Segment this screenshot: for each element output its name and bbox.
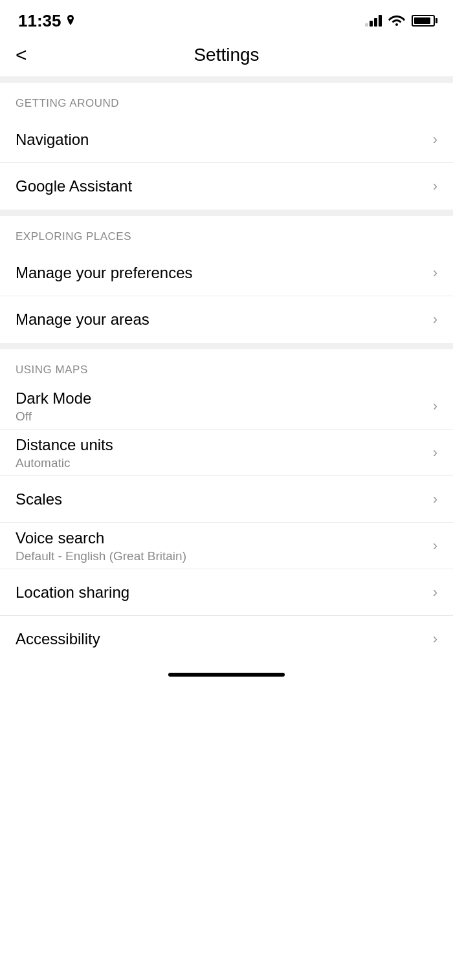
settings-item-subtitle-dark-mode: Off (16, 409, 91, 424)
header: < Settings (0, 39, 453, 76)
section-getting-around: GETTING AROUNDNavigation›Google Assistan… (0, 83, 453, 210)
settings-item-accessibility[interactable]: Accessibility› (0, 616, 453, 662)
settings-item-manage-preferences[interactable]: Manage your preferences› (0, 250, 453, 296)
settings-item-voice-search[interactable]: Voice searchDefault - English (Great Bri… (0, 523, 453, 569)
settings-item-title-manage-areas: Manage your areas (16, 309, 149, 329)
settings-item-navigation[interactable]: Navigation› (0, 116, 453, 163)
settings-item-content-scales: Scales (16, 489, 62, 509)
settings-item-google-assistant[interactable]: Google Assistant› (0, 163, 453, 210)
chevron-right-icon-manage-areas: › (433, 311, 437, 328)
settings-item-title-dark-mode: Dark Mode (16, 388, 91, 408)
page-title: Settings (193, 45, 259, 65)
section-exploring-places: EXPLORING PLACESManage your preferences›… (0, 216, 453, 343)
settings-item-title-accessibility: Accessibility (16, 629, 100, 649)
chevron-right-icon-scales: › (433, 491, 437, 508)
section-divider-using-maps (0, 343, 453, 349)
battery-icon (412, 15, 435, 27)
settings-item-location-sharing[interactable]: Location sharing› (0, 569, 453, 616)
settings-item-title-voice-search: Voice search (16, 528, 186, 548)
chevron-right-icon-voice-search: › (433, 538, 437, 554)
status-bar: 11:35 (0, 0, 453, 39)
settings-item-title-manage-preferences: Manage your preferences (16, 263, 193, 283)
chevron-right-icon-google-assistant: › (433, 178, 437, 195)
settings-item-subtitle-voice-search: Default - English (Great Britain) (16, 549, 186, 563)
chevron-right-icon-navigation: › (433, 131, 437, 148)
home-indicator (0, 662, 453, 683)
section-header-getting-around: GETTING AROUND (0, 83, 453, 116)
settings-item-title-navigation: Navigation (16, 129, 89, 149)
settings-item-title-location-sharing: Location sharing (16, 582, 129, 602)
chevron-right-icon-dark-mode: › (433, 398, 437, 415)
settings-item-content-google-assistant: Google Assistant (16, 176, 132, 196)
back-button[interactable]: < (16, 45, 27, 65)
settings-item-content-location-sharing: Location sharing (16, 582, 129, 602)
settings-item-distance-units[interactable]: Distance unitsAutomatic› (0, 430, 453, 476)
settings-item-dark-mode[interactable]: Dark ModeOff› (0, 383, 453, 430)
chevron-right-icon-location-sharing: › (433, 584, 437, 601)
settings-item-title-scales: Scales (16, 489, 62, 509)
settings-item-content-voice-search: Voice searchDefault - English (Great Bri… (16, 528, 186, 563)
settings-item-content-distance-units: Distance unitsAutomatic (16, 435, 113, 470)
signal-icon (365, 15, 382, 27)
settings-item-subtitle-distance-units: Automatic (16, 456, 113, 470)
status-icons (365, 13, 435, 28)
settings-item-content-manage-areas: Manage your areas (16, 309, 149, 329)
settings-item-content-manage-preferences: Manage your preferences (16, 263, 193, 283)
section-header-exploring-places: EXPLORING PLACES (0, 216, 453, 250)
settings-item-content-accessibility: Accessibility (16, 629, 100, 649)
settings-item-scales[interactable]: Scales› (0, 476, 453, 523)
home-bar (168, 673, 285, 677)
wifi-icon (388, 13, 405, 28)
location-icon (65, 15, 76, 27)
settings-item-manage-areas[interactable]: Manage your areas› (0, 296, 453, 343)
section-divider-getting-around (0, 76, 453, 83)
section-header-using-maps: USING MAPS (0, 349, 453, 383)
chevron-right-icon-accessibility: › (433, 631, 437, 648)
status-time: 11:35 (18, 11, 76, 31)
settings-item-content-navigation: Navigation (16, 129, 89, 149)
chevron-right-icon-manage-preferences: › (433, 265, 437, 281)
section-divider-exploring-places (0, 210, 453, 216)
section-using-maps: USING MAPSDark ModeOff›Distance unitsAut… (0, 349, 453, 662)
chevron-right-icon-distance-units: › (433, 444, 437, 461)
settings-item-content-dark-mode: Dark ModeOff (16, 388, 91, 424)
settings-item-title-google-assistant: Google Assistant (16, 176, 132, 196)
settings-item-title-distance-units: Distance units (16, 435, 113, 455)
